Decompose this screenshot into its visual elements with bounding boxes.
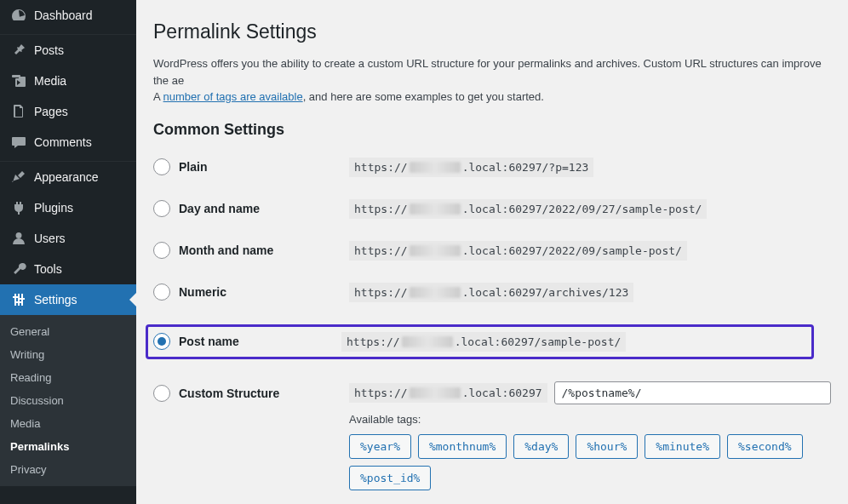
menu-label: Tools	[34, 262, 62, 276]
radio-numeric-label[interactable]: Numeric	[179, 285, 226, 299]
menu-appearance[interactable]: Appearance	[0, 162, 136, 192]
menu-label: Plugins	[34, 201, 73, 215]
option-custom-row: Custom Structure https://.local:60297 Av…	[153, 381, 831, 490]
menu-posts[interactable]: Posts	[0, 35, 136, 66]
submenu-general[interactable]: General	[0, 320, 136, 343]
option-monthname-row: Month and name https://.local:60297/2022…	[153, 241, 831, 261]
ex-post: .local:60297/sample-post/	[455, 335, 622, 348]
submenu-discussion[interactable]: Discussion	[0, 389, 136, 412]
radio-postname-label[interactable]: Post name	[179, 335, 239, 348]
main-content: Permalink Settings WordPress offers you …	[136, 0, 848, 504]
menu-dashboard[interactable]: Dashboard	[0, 0, 136, 31]
tags-help-link[interactable]: number of tags are available	[163, 90, 303, 103]
appearance-icon	[10, 169, 27, 186]
ex-pre: https://	[347, 335, 400, 348]
example-custom-base: https://.local:60297	[349, 383, 547, 403]
submenu-reading[interactable]: Reading	[0, 366, 136, 389]
submenu-privacy[interactable]: Privacy	[0, 458, 136, 481]
comments-icon	[10, 134, 27, 151]
tag-second[interactable]: %second%	[727, 434, 803, 459]
pages-icon	[10, 103, 27, 120]
blurred-host	[410, 287, 461, 298]
radio-plain-label[interactable]: Plain	[179, 160, 207, 174]
example-plain: https://.local:60297/?p=123	[349, 158, 593, 177]
blurred-host	[410, 162, 461, 173]
menu-plugins[interactable]: Plugins	[0, 192, 136, 223]
menu-users[interactable]: Users	[0, 223, 136, 254]
menu-label: Dashboard	[34, 9, 93, 22]
example-monthname: https://.local:60297/2022/09/sample-post…	[349, 241, 687, 261]
menu-label: Appearance	[34, 170, 99, 184]
dashboard-icon	[10, 7, 27, 24]
ex-post: .local:60297/?p=123	[462, 161, 589, 174]
users-icon	[10, 230, 27, 247]
intro-pre: WordPress offers you the ability to crea…	[153, 57, 822, 87]
tag-year[interactable]: %year%	[349, 434, 411, 459]
example-postname: https://.local:60297/sample-post/	[341, 332, 626, 352]
example-dayname: https://.local:60297/2022/09/27/sample-p…	[349, 199, 707, 219]
menu-settings[interactable]: Settings	[0, 284, 136, 315]
available-tags: %year% %monthnum% %day% %hour% %minute% …	[349, 434, 831, 490]
media-icon	[10, 72, 27, 89]
ex-pre: https://	[354, 203, 408, 215]
menu-comments[interactable]: Comments	[0, 127, 136, 158]
option-numeric-row: Numeric https://.local:60297/archives/12…	[153, 283, 831, 302]
intro-post: , and here are some examples to get you …	[303, 90, 544, 103]
page-title: Permalink Settings	[153, 20, 831, 43]
intro-text: WordPress offers you the ability to crea…	[153, 55, 831, 106]
radio-monthname-label[interactable]: Month and name	[179, 243, 273, 257]
submenu-permalinks[interactable]: Permalinks	[0, 435, 136, 458]
plugins-icon	[10, 199, 27, 216]
tag-minute[interactable]: %minute%	[645, 434, 720, 459]
menu-label: Settings	[34, 293, 77, 306]
custom-structure-input[interactable]	[554, 381, 831, 404]
radio-postname[interactable]	[153, 333, 170, 350]
menu-label: Posts	[34, 43, 64, 57]
blurred-host	[410, 203, 461, 215]
tag-monthnum[interactable]: %monthnum%	[418, 434, 507, 459]
available-tags-label: Available tags:	[349, 413, 831, 426]
ex-pre: https://	[354, 286, 408, 299]
radio-numeric[interactable]	[153, 284, 170, 301]
tag-post-id[interactable]: %post_id%	[349, 466, 431, 490]
submenu-writing[interactable]: Writing	[0, 343, 136, 366]
ex-pre: https://	[354, 161, 408, 174]
settings-submenu: General Writing Reading Discussion Media…	[0, 315, 136, 486]
intro-linkpre: A	[153, 90, 163, 103]
submenu-media[interactable]: Media	[0, 412, 136, 435]
tag-day[interactable]: %day%	[513, 434, 569, 459]
option-dayname-row: Day and name https://.local:60297/2022/0…	[153, 199, 831, 219]
admin-sidebar: Dashboard Posts Media Pages Comments App…	[0, 0, 136, 504]
menu-label: Users	[34, 232, 66, 245]
ex-post: .local:60297/archives/123	[462, 286, 629, 299]
menu-media[interactable]: Media	[0, 66, 136, 96]
blurred-host	[402, 336, 453, 347]
menu-tools[interactable]: Tools	[0, 254, 136, 284]
radio-dayname-label[interactable]: Day and name	[179, 202, 260, 215]
radio-custom-label[interactable]: Custom Structure	[179, 387, 279, 400]
menu-label: Pages	[34, 105, 68, 118]
option-postname-row: Post name https://.local:60297/sample-po…	[146, 324, 814, 359]
radio-monthname[interactable]	[153, 242, 170, 259]
pin-icon	[10, 42, 27, 59]
ex-post: .local:60297	[462, 387, 542, 399]
menu-pages[interactable]: Pages	[0, 96, 136, 127]
settings-icon	[10, 291, 27, 308]
blurred-host	[410, 387, 461, 398]
menu-label: Comments	[34, 135, 92, 149]
tools-icon	[10, 261, 27, 278]
blurred-host	[410, 245, 461, 256]
section-heading: Common Settings	[153, 121, 831, 139]
radio-dayname[interactable]	[153, 200, 170, 217]
option-plain-row: Plain https://.local:60297/?p=123	[153, 158, 831, 177]
radio-custom[interactable]	[153, 385, 170, 402]
ex-pre: https://	[354, 244, 408, 257]
menu-label: Media	[34, 74, 66, 88]
tag-hour[interactable]: %hour%	[576, 434, 638, 459]
example-numeric: https://.local:60297/archives/123	[349, 283, 633, 302]
radio-plain[interactable]	[153, 158, 170, 175]
ex-pre: https://	[354, 387, 408, 399]
ex-post: .local:60297/2022/09/sample-post/	[462, 244, 682, 257]
ex-post: .local:60297/2022/09/27/sample-post/	[462, 203, 702, 215]
